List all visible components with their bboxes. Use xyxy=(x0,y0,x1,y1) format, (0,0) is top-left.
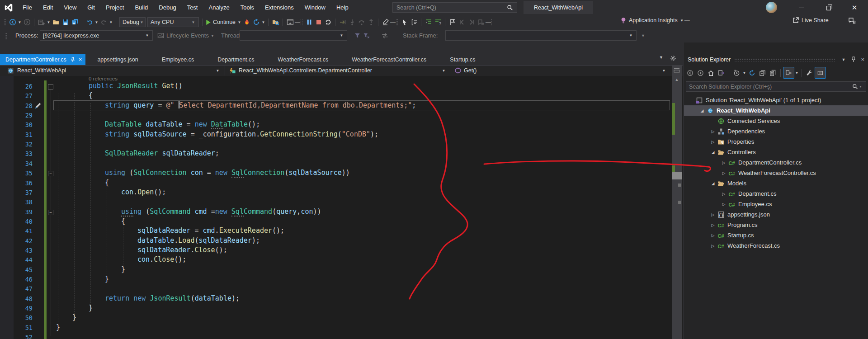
process-dropdown[interactable]: [92764] iisexpress.exe ▼ xyxy=(40,30,153,41)
tree-closed-arrow-icon[interactable]: ▷ xyxy=(709,223,717,227)
preview-boxed-icon[interactable] xyxy=(783,67,794,79)
feedback-button[interactable] xyxy=(848,17,856,24)
close-panel-icon[interactable]: × xyxy=(861,56,864,63)
indent-icon[interactable] xyxy=(424,17,433,27)
breadcrumb-type-dropdown[interactable]: React_WithWebApi.Controllers.DepartmentC… xyxy=(225,66,451,75)
menu-debug[interactable]: Debug xyxy=(153,0,181,15)
tree-closed-arrow-icon[interactable]: ▷ xyxy=(720,202,727,207)
menu-window[interactable]: Window xyxy=(299,0,331,15)
wrench-icon[interactable] xyxy=(804,67,815,78)
tab-startup-cs[interactable]: Startup.cs xyxy=(438,54,487,65)
tree-item-departmentcontroller-cs[interactable]: ▷C#DepartmentController.cs xyxy=(684,157,868,168)
solution-search-box[interactable]: Search Solution Explorer (Ctrl+ş) ▼ xyxy=(686,81,866,92)
code-line-37[interactable]: con.Open(); xyxy=(121,188,166,198)
code-line-39[interactable]: using (SqlCommand cmd =new SqlCommand(qu… xyxy=(121,207,321,217)
lifecycle-events-label[interactable]: Lifecycle Events xyxy=(166,32,209,39)
code-line-33[interactable]: SqlDataReader sqlDataReader; xyxy=(105,149,219,159)
toolbar-grip[interactable] xyxy=(300,19,303,26)
code-line-31[interactable]: string sqlDataSource = _configuration.Ge… xyxy=(105,130,378,140)
fold-collapse-box[interactable]: − xyxy=(48,210,53,215)
tree-item-employee-cs[interactable]: ▷C#Employee.cs xyxy=(684,199,868,209)
bookmark-clear-icon[interactable] xyxy=(476,17,486,27)
step-into-icon[interactable] xyxy=(347,17,357,27)
step-over-icon[interactable] xyxy=(357,17,366,27)
toolbar-grip[interactable] xyxy=(4,19,7,26)
chevron-down-icon[interactable]: ▼ xyxy=(46,20,51,24)
code-lens-references[interactable]: 0 references xyxy=(89,76,118,81)
chevron-down-icon[interactable]: ▼ xyxy=(261,20,266,24)
code-line-40[interactable]: { xyxy=(121,217,125,226)
tree-item-weatherforecast-cs[interactable]: ▷C#WeatherForecast.cs xyxy=(684,240,868,251)
se-back-icon[interactable] xyxy=(685,67,695,78)
tree-closed-arrow-icon[interactable]: ▷ xyxy=(709,140,717,144)
tree-closed-arrow-icon[interactable]: ▷ xyxy=(709,129,717,134)
flag-icon[interactable] xyxy=(448,17,457,27)
filter-funnel-flagged-icon[interactable] xyxy=(363,33,370,39)
chevron-down-icon[interactable]: ▼ xyxy=(742,71,747,75)
bookmark-prev-icon[interactable] xyxy=(457,17,467,27)
menu-help[interactable]: Help xyxy=(331,0,354,15)
scroll-up-arrow-icon[interactable]: ▲ xyxy=(672,75,682,84)
tree-item-react-withwebapi[interactable]: ◢React_WithWebApi xyxy=(684,105,868,116)
redo-icon[interactable] xyxy=(99,17,108,27)
maximize-button[interactable] xyxy=(819,0,840,15)
code-line-27[interactable]: { xyxy=(89,91,93,101)
code-line-44[interactable]: con.Close(); xyxy=(137,255,186,265)
tree-item-dependencies[interactable]: ▷Dependencies xyxy=(684,126,868,137)
toolbar-grip[interactable] xyxy=(5,33,8,40)
minimize-button[interactable]: ─ xyxy=(791,0,812,15)
tree-open-arrow-icon[interactable]: ◢ xyxy=(709,181,717,186)
menu-project[interactable]: Project xyxy=(100,0,129,15)
code-line-28[interactable]: string query = @" Select DepartmentId,De… xyxy=(105,101,416,111)
pin-icon[interactable] xyxy=(71,57,75,62)
code-line-49[interactable]: } xyxy=(89,304,93,313)
chevron-down-icon[interactable]: ▼ xyxy=(17,20,22,24)
chevron-down-icon[interactable]: ▼ xyxy=(794,71,799,75)
active-files-dropdown-icon[interactable]: ▼ xyxy=(659,55,663,60)
live-share-button[interactable]: Live Share xyxy=(792,17,829,24)
chevron-down-icon[interactable]: ▼ xyxy=(108,20,113,24)
menu-test[interactable]: Test xyxy=(182,0,203,15)
copy-icon[interactable] xyxy=(768,67,778,78)
browser-icon[interactable] xyxy=(285,17,295,27)
breadcrumb-project-dropdown[interactable]: React_WithWebApi ▼ xyxy=(0,66,225,75)
menu-view[interactable]: View xyxy=(58,0,82,15)
continue-button[interactable]: Continue xyxy=(205,19,237,26)
tree-item-solution-react-withwebapi-1-of-1-project-[interactable]: Solution 'React_WithWebApi' (1 of 1 proj… xyxy=(684,95,868,105)
toolbar-grip[interactable] xyxy=(491,19,494,26)
minus-boxed-icon[interactable] xyxy=(815,67,826,79)
tree-open-arrow-icon[interactable]: ◢ xyxy=(698,108,706,113)
filter-funnel-icon[interactable] xyxy=(354,33,361,39)
code-line-43[interactable]: sqlDataReader.Close(); xyxy=(137,246,227,255)
code-line-45[interactable]: } xyxy=(121,265,125,275)
code-line-50[interactable]: } xyxy=(72,313,76,323)
code-line-48[interactable]: return new JsonResult(dataTable); xyxy=(105,294,240,304)
menu-file[interactable]: File xyxy=(17,0,38,15)
show-next-statement-icon[interactable] xyxy=(338,17,347,27)
tree-item-weatherforecastcontroller-cs[interactable]: ▷C#WeatherForecastController.cs xyxy=(684,168,868,178)
fold-collapse-box[interactable]: − xyxy=(48,171,53,176)
forward-icon[interactable] xyxy=(22,17,32,27)
tree-item-program-cs[interactable]: ▷C#Program.cs xyxy=(684,220,868,230)
tree-closed-arrow-icon[interactable]: ▷ xyxy=(709,212,717,217)
menu-tools[interactable]: Tools xyxy=(235,0,259,15)
tab-weatherforecast-cs[interactable]: WeatherForecast.cs xyxy=(266,54,340,65)
tab-department-cs[interactable]: Department.cs xyxy=(206,54,266,65)
pause-icon[interactable] xyxy=(304,17,314,27)
breadcrumb-member-dropdown[interactable]: Get() ▼ xyxy=(451,66,671,75)
save-all-icon[interactable] xyxy=(70,17,80,27)
restart-icon[interactable] xyxy=(323,17,333,27)
code-line-36[interactable]: { xyxy=(105,179,109,188)
flame-icon[interactable] xyxy=(242,17,251,27)
code-line-26[interactable]: public JsonResult Get() xyxy=(89,82,183,91)
thread-dropdown[interactable]: ▼ xyxy=(240,30,347,41)
tab-appsettings-json[interactable]: appsettings.json xyxy=(85,54,150,65)
back-icon[interactable] xyxy=(8,17,17,27)
tree-closed-arrow-icon[interactable]: ▷ xyxy=(709,244,717,248)
undo-icon[interactable] xyxy=(85,17,94,27)
tab-employee-cs[interactable]: Employee.cs xyxy=(150,54,206,65)
quick-search-box[interactable]: Search (Ctrl+Q) xyxy=(392,2,517,13)
close-button[interactable]: ✕ xyxy=(844,0,865,15)
code-line-35[interactable]: using (SqlConnection con = new SqlConnec… xyxy=(105,169,350,178)
scrollbar-split-button[interactable] xyxy=(672,65,682,75)
